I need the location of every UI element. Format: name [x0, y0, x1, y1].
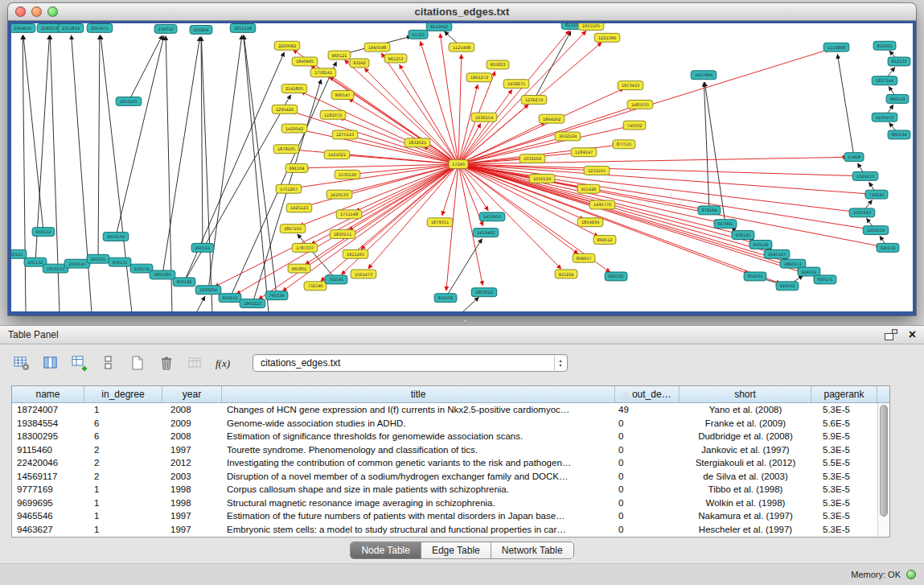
graph-edge[interactable] [345, 60, 458, 164]
graph-node[interactable]: 762541 [325, 275, 347, 284]
graph-node[interactable]: 1290204 [195, 286, 221, 295]
graph-node[interactable]: 869512 [593, 236, 616, 245]
graph-node[interactable]: 8143042 [426, 23, 452, 31]
cell-name[interactable]: 18724007 [12, 405, 84, 414]
graph-edge[interactable] [458, 89, 512, 164]
graph-node[interactable]: 2050134 [103, 233, 129, 241]
graph-node[interactable]: 210174 [130, 264, 153, 273]
column-header-out_degree[interactable]: △out_de… [615, 386, 680, 402]
graph-node[interactable]: 1803022 [471, 288, 497, 297]
cell-title[interactable]: Changes of HCN gene expression and I(f) … [222, 405, 615, 414]
graph-edge[interactable] [704, 82, 725, 224]
cell-year[interactable]: 1998 [162, 498, 222, 508]
graph-node[interactable]: 1840495 [292, 57, 318, 66]
graph-node[interactable]: 1832021 [405, 138, 430, 147]
graph-edge[interactable] [534, 31, 571, 100]
column-header-year[interactable]: year [162, 386, 222, 402]
graph-node[interactable]: 1561473 [351, 270, 376, 278]
graph-edge[interactable] [302, 130, 458, 164]
graph-node[interactable]: 55723 [409, 30, 428, 39]
graph-node[interactable]: 1867105 [280, 225, 306, 233]
graph-node[interactable]: 1787337 [292, 243, 318, 252]
cell-in_degree[interactable]: 6 [84, 418, 162, 428]
cell-pagerank[interactable]: 5.3E-5 [811, 472, 877, 481]
table-row[interactable]: 1872400712008Changes of HCN gene express… [12, 403, 877, 417]
graph-node[interactable]: 250264 [190, 25, 212, 34]
graph-edge[interactable] [98, 35, 100, 259]
table-row[interactable]: 1830029562008Estimation of significance … [12, 430, 877, 443]
cell-out_degree[interactable]: 0 [615, 511, 680, 521]
graph-edge[interactable] [215, 164, 458, 286]
panel-splitter[interactable] [0, 315, 924, 325]
graph-node[interactable]: 1860151 [780, 259, 806, 268]
graph-node[interactable]: 1758141 [310, 68, 336, 77]
graph-node[interactable]: 2141805 [281, 84, 307, 93]
graph-node[interactable]: 1879311 [427, 218, 453, 227]
cell-short[interactable]: Stergiakouli et al. (2012) [680, 458, 811, 468]
graph-node[interactable]: 760234 [265, 291, 288, 300]
graph-node[interactable]: 1860223 [240, 299, 265, 308]
graph-node[interactable]: 900147 [331, 91, 354, 100]
graph-node[interactable]: 950171 [814, 275, 836, 284]
table-row[interactable]: 977716911998Corpus callosum shape and si… [12, 483, 877, 496]
cell-short[interactable]: de Silva et al. (2003) [680, 472, 811, 481]
splitter-grip-icon[interactable] [462, 319, 468, 323]
graph-edge[interactable] [101, 35, 132, 311]
table-row[interactable]: 1938455462009Genome-wide association stu… [12, 417, 877, 431]
cell-name[interactable]: 22420046 [12, 458, 84, 468]
cell-name[interactable]: 9115460 [12, 445, 84, 455]
create-table-icon[interactable] [127, 352, 148, 373]
cell-year[interactable]: 2003 [162, 472, 222, 481]
append-table-icon[interactable] [69, 352, 90, 373]
graph-node[interactable]: 1125498 [449, 43, 474, 51]
graph-node[interactable]: 950192 [173, 278, 195, 286]
graph-edge[interactable] [837, 54, 854, 157]
cell-title[interactable]: Genome-wide association studies in ADHD. [222, 418, 615, 428]
cell-in_degree[interactable]: 1 [84, 498, 162, 508]
graph-node[interactable]: 1053105 [116, 97, 142, 105]
graph-edge[interactable] [23, 35, 26, 311]
graph-node[interactable]: 93242 [350, 59, 369, 68]
graph-node[interactable]: 965801 [288, 264, 310, 273]
graph-edge[interactable] [458, 31, 569, 164]
cell-in_degree[interactable]: 2 [84, 445, 162, 455]
cell-short[interactable]: Nakamura et al. (1997) [680, 511, 811, 521]
graph-node[interactable]: 1636154 [471, 113, 497, 122]
graph-node[interactable]: 960134 [888, 130, 910, 139]
graph-edge[interactable] [184, 95, 291, 282]
graph-node[interactable]: 950136 [749, 240, 772, 249]
column-header-title[interactable]: title [222, 386, 615, 402]
graph-node[interactable]: 17240 [449, 160, 468, 169]
graph-node[interactable]: 879194 [698, 206, 721, 215]
graph-node[interactable]: 915426 [577, 184, 600, 193]
graph-node[interactable]: 950155 [109, 257, 131, 266]
graph-node[interactable]: 951063 [873, 41, 896, 50]
graph-node[interactable]: 1032162 [519, 154, 545, 163]
graph-node[interactable]: 2260082 [274, 41, 300, 50]
graph-node[interactable]: 1453462 [473, 229, 499, 237]
graph-node[interactable]: 2364616 [11, 23, 35, 32]
graph-node[interactable]: 745032 [623, 121, 646, 130]
cell-pagerank[interactable]: 5.3E-5 [811, 525, 877, 534]
cell-in_degree[interactable]: 1 [84, 405, 162, 414]
table-row[interactable]: 2242004622012Investigating the contribut… [12, 456, 877, 470]
graph-edge[interactable] [299, 164, 458, 226]
column-header-short[interactable]: short [680, 386, 811, 402]
graph-node[interactable]: 960121 [328, 51, 351, 60]
graph-node[interactable]: 991104 [285, 164, 308, 173]
cell-pagerank[interactable]: 5.6E-5 [811, 418, 877, 428]
zoom-window-button[interactable] [47, 6, 58, 17]
graph-edge[interactable] [704, 82, 709, 210]
cell-out_degree[interactable]: 0 [615, 498, 680, 508]
graph-edge[interactable] [196, 296, 205, 311]
graph-edge[interactable] [355, 164, 458, 212]
column-header-in_degree[interactable]: in_degree [84, 386, 162, 402]
cell-short[interactable]: Jankovic et al. (1997) [680, 445, 811, 455]
graph-node[interactable]: 924501 [798, 267, 820, 276]
graph-node[interactable]: 156012 [154, 24, 177, 33]
graph-node[interactable]: 1421021 [324, 150, 350, 159]
graph-edge[interactable] [292, 112, 458, 165]
graph-node[interactable]: 1530126 [335, 170, 360, 179]
table-settings-icon[interactable] [11, 352, 32, 373]
graph-edge[interactable] [462, 297, 478, 311]
